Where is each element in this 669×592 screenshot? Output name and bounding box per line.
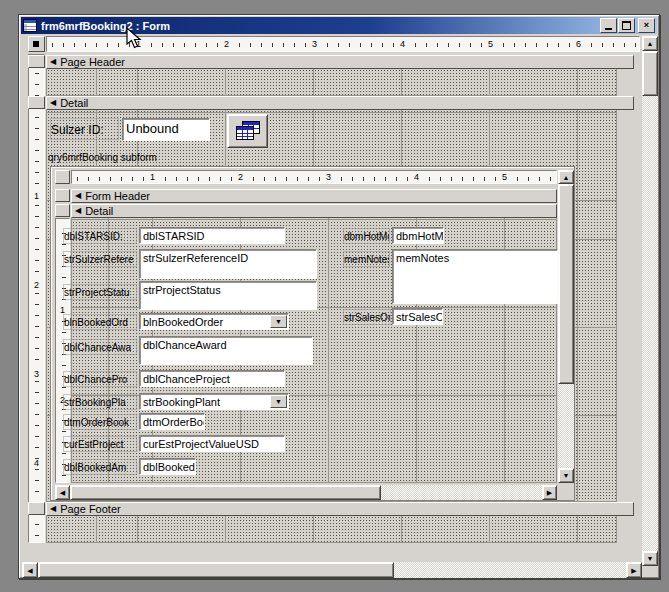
window-title: frm6mrfBooking2 : Form bbox=[41, 20, 599, 32]
minimize-button[interactable] bbox=[600, 18, 617, 33]
page-footer-grid[interactable] bbox=[46, 516, 617, 543]
detail-selector[interactable] bbox=[28, 96, 45, 109]
ruler-number: 3 bbox=[311, 40, 318, 49]
page-footer-selector[interactable] bbox=[28, 502, 45, 515]
ruler-number: 3 bbox=[33, 370, 40, 379]
page-header-selector[interactable] bbox=[28, 55, 45, 68]
section-arrow-icon: ◀ bbox=[50, 505, 56, 513]
textbox-strProjectStatus[interactable]: strProjectStatus bbox=[139, 281, 317, 310]
section-arrow-icon: ◀ bbox=[50, 99, 56, 107]
textbox-dtmOrderBook[interactable]: dtmOrderBook bbox=[139, 413, 205, 430]
scroll-right-button[interactable]: ▶ bbox=[626, 562, 642, 578]
textbox-dblSTARSID[interactable]: dblSTARSID bbox=[139, 227, 285, 244]
textbox-dblBookedAm[interactable]: dblBookedAm bbox=[139, 458, 196, 475]
subform-scroll-right-button[interactable]: ▶ bbox=[542, 485, 557, 500]
vscroll-thumb[interactable] bbox=[642, 51, 658, 96]
hscroll-track bbox=[394, 562, 626, 578]
combo-strBookingPlant[interactable]: strBookingPlant▼ bbox=[139, 393, 289, 410]
hscroll-thumb[interactable] bbox=[38, 562, 394, 578]
horizontal-ruler[interactable]: 123456 bbox=[46, 36, 640, 52]
label-dblChanceAward[interactable]: dblChanceAwa bbox=[63, 339, 137, 355]
label-strSalesOrder[interactable]: strSalesOrder bbox=[343, 309, 391, 325]
label-dbmHotMonth[interactable]: dbmHotMonth bbox=[343, 228, 390, 244]
label-dblSTARSID[interactable]: dblSTARSID: bbox=[63, 228, 137, 244]
label-dtmOrderBook[interactable]: dtmOrderBook bbox=[63, 414, 137, 430]
section-arrow-icon: ◀ bbox=[75, 207, 81, 215]
ruler-number: 4 bbox=[413, 173, 420, 182]
desktop: frm6mrfBooking2 : Form × 123456 1234 ◀ P… bbox=[0, 0, 669, 592]
maximize-icon bbox=[622, 21, 631, 30]
textbox-dbmHotMonth[interactable]: dbmHotMor bbox=[392, 227, 444, 244]
subform-form-header-selector[interactable] bbox=[55, 189, 70, 202]
section-bar-subform-detail[interactable]: ◀ Detail bbox=[71, 204, 557, 218]
textbox-strSulzerReferenceID[interactable]: strSulzerReferenceID bbox=[139, 249, 317, 279]
label-sulzer-id[interactable]: Sulzer ID: bbox=[50, 118, 119, 140]
textbox-dblChanceAward[interactable]: dblChanceAward bbox=[139, 336, 313, 365]
textbox-memNotes[interactable]: memNotes bbox=[392, 249, 558, 304]
titlebar[interactable]: frm6mrfBooking2 : Form × bbox=[21, 17, 657, 34]
label-curEstProjectValueUSD[interactable]: curEstProject bbox=[63, 436, 137, 452]
section-label: Page Footer bbox=[60, 503, 121, 515]
label-strProjectStatus[interactable]: strProjectStatu bbox=[63, 284, 137, 300]
subform-vscroll-thumb[interactable] bbox=[558, 184, 574, 384]
datasheet-icon bbox=[235, 120, 261, 142]
close-icon: × bbox=[644, 21, 649, 30]
label-memNotes[interactable]: memNotes: bbox=[343, 251, 390, 267]
label-strSulzerReferenceID[interactable]: strSulzerRefere bbox=[63, 251, 137, 267]
subform-scroll-down-button[interactable]: ▼ bbox=[558, 468, 574, 483]
label-subform-caption[interactable]: qry6mrfBooking subform bbox=[48, 152, 161, 165]
form-window-icon bbox=[23, 19, 37, 32]
textbox-sulzer-id[interactable]: Unbound bbox=[122, 118, 210, 141]
subform-control[interactable]: 12345 ◀ Form Header ◀ Detail 12 ▲ ▼ ◀ ▶ … bbox=[50, 166, 575, 501]
vscroll-track bbox=[642, 96, 658, 551]
section-label: Form Header bbox=[85, 190, 150, 202]
ruler-number: 1 bbox=[33, 192, 40, 201]
section-bar-page-header[interactable]: ◀ Page Header bbox=[46, 55, 634, 69]
page-header-grid[interactable] bbox=[46, 69, 617, 96]
subform-scroll-up-button[interactable]: ▲ bbox=[558, 170, 574, 184]
section-label: Detail bbox=[60, 97, 88, 109]
ruler-number: 6 bbox=[575, 40, 582, 49]
dropdown-arrow-icon[interactable]: ▼ bbox=[270, 395, 287, 408]
label-dblBookedAm[interactable]: dblBookedAm bbox=[63, 459, 137, 475]
subform-selector-box[interactable] bbox=[55, 170, 70, 184]
combo-blnBookedOrder[interactable]: blnBookedOrder▼ bbox=[139, 313, 289, 330]
textbox-strSalesOrder[interactable]: strSalesOrd bbox=[392, 308, 443, 325]
textbox-dblChanceProject[interactable]: dblChanceProject bbox=[139, 370, 285, 387]
subform-vscroll-track bbox=[558, 384, 574, 468]
scroll-down-button[interactable]: ▼ bbox=[642, 551, 658, 566]
ruler-number: 1 bbox=[135, 40, 142, 49]
ruler-number: 2 bbox=[33, 281, 40, 290]
subform-hscroll-thumb[interactable] bbox=[70, 485, 381, 500]
ruler-number: 4 bbox=[33, 459, 40, 468]
section-arrow-icon: ◀ bbox=[75, 192, 81, 200]
label-strBookingPlant[interactable]: strBookingPla bbox=[63, 394, 137, 410]
section-bar-form-header[interactable]: ◀ Form Header bbox=[71, 189, 557, 203]
subform-scroll-left-button[interactable]: ◀ bbox=[55, 485, 70, 500]
ruler-number: 4 bbox=[399, 40, 406, 49]
minimize-icon bbox=[605, 28, 612, 30]
subform-horizontal-ruler[interactable]: 12345 bbox=[71, 170, 557, 184]
section-bar-detail[interactable]: ◀ Detail bbox=[46, 96, 634, 110]
subform-detail-selector[interactable] bbox=[55, 204, 70, 217]
subform-hscroll-track bbox=[381, 485, 542, 500]
ruler-number: 5 bbox=[501, 173, 508, 182]
scroll-up-button[interactable]: ▲ bbox=[642, 36, 658, 51]
ruler-number: 1 bbox=[149, 173, 156, 182]
datasheet-button[interactable] bbox=[227, 114, 268, 148]
section-bar-page-footer[interactable]: ◀ Page Footer bbox=[46, 502, 634, 516]
ruler-number: 5 bbox=[487, 40, 494, 49]
vertical-ruler[interactable]: 1234 bbox=[28, 54, 45, 543]
scroll-left-button[interactable]: ◀ bbox=[22, 562, 38, 578]
dropdown-arrow-icon[interactable]: ▼ bbox=[270, 315, 287, 328]
textbox-curEstProjectValueUSD[interactable]: curEstProjectValueUSD bbox=[139, 435, 285, 452]
close-button[interactable]: × bbox=[638, 18, 655, 33]
section-arrow-icon: ◀ bbox=[50, 58, 56, 66]
ruler-number: 3 bbox=[325, 173, 332, 182]
label-blnBookedOrder[interactable]: blnBookedOrd bbox=[63, 314, 137, 330]
maximize-button[interactable] bbox=[618, 18, 635, 33]
form-selector-box[interactable] bbox=[28, 36, 45, 52]
form-selected-dot bbox=[33, 41, 39, 47]
ruler-number: 2 bbox=[237, 173, 244, 182]
label-dblChanceProject[interactable]: dblChancePro bbox=[63, 371, 137, 387]
